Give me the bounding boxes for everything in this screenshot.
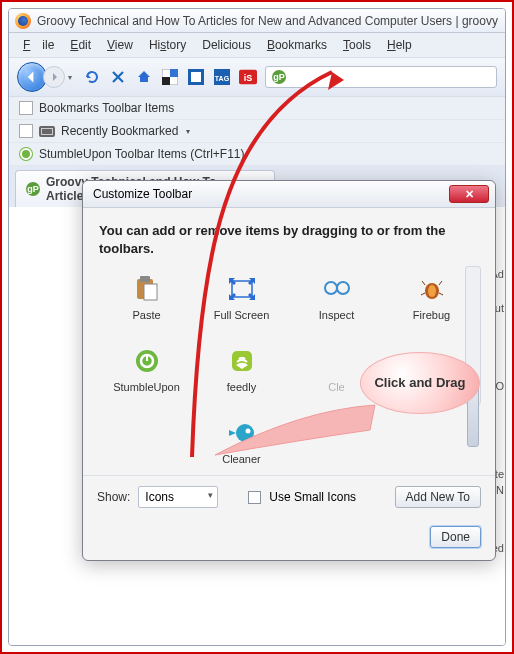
url-bar[interactable]: gP gP (265, 66, 497, 88)
svg-rect-10 (140, 276, 150, 282)
delicious-button[interactable] (161, 68, 179, 86)
back-arrow-icon (25, 70, 39, 84)
item-label: StumbleUpon (113, 381, 180, 393)
close-icon: ✕ (465, 188, 474, 201)
titlebar: Groovy Technical and How To Articles for… (9, 9, 505, 33)
is-button[interactable]: iS (239, 68, 257, 86)
show-label: Show: (97, 490, 130, 504)
paste-icon (135, 276, 159, 302)
box-icon (188, 69, 204, 85)
menu-help[interactable]: Help (381, 36, 418, 54)
site-icon: gP (272, 70, 286, 84)
item-feedly[interactable]: feedly (200, 347, 283, 393)
feedly-icon (230, 349, 254, 373)
item-label: Paste (132, 309, 160, 321)
svg-text:TAG: TAG (215, 75, 230, 82)
bookmarks-toolbar-items[interactable]: Bookmarks Toolbar Items (39, 101, 174, 115)
small-icons-checkbox[interactable] (248, 491, 261, 504)
svg-point-13 (325, 282, 337, 294)
svg-rect-2 (162, 77, 170, 85)
done-button[interactable]: Done (430, 526, 481, 548)
show-select[interactable]: Icons (138, 486, 218, 508)
item-label: Full Screen (214, 309, 270, 321)
item-firebug[interactable]: Firebug (390, 275, 473, 321)
recently-bookmarked[interactable]: Recently Bookmarked (61, 124, 178, 138)
nav-history-dropdown[interactable]: ▾ (65, 63, 75, 91)
menu-bookmarks[interactable]: Bookmarks (261, 36, 333, 54)
home-icon (136, 69, 152, 85)
small-icons-label: Use Small Icons (269, 490, 356, 504)
nav-toolbar: ▾ TAG iS gP gP (9, 58, 505, 97)
svg-point-14 (337, 282, 349, 294)
item-paste[interactable]: Paste (105, 275, 188, 321)
fullscreen-icon (229, 278, 255, 300)
item-label: feedly (227, 381, 256, 393)
callout-tail (210, 400, 380, 460)
site-icon: gP (26, 182, 40, 196)
menu-tools[interactable]: Tools (337, 36, 377, 54)
callout-bubble: Click and Drag (360, 352, 480, 414)
add-new-toolbar-button[interactable]: Add New To (395, 486, 481, 508)
stumbleupon-icon (135, 349, 159, 373)
stumbleupon-toolbar[interactable]: StumbleUpon Toolbar Items (Ctrl+F11) (39, 147, 245, 161)
item-stumbleupon[interactable]: StumbleUpon (105, 347, 188, 393)
reload-icon (84, 69, 100, 85)
show-value: Icons (145, 490, 174, 504)
svg-rect-11 (144, 284, 157, 300)
close-button[interactable]: ✕ (449, 185, 489, 203)
nav-buttons: ▾ (17, 62, 75, 92)
tag-icon: TAG (214, 69, 230, 85)
item-label: Firebug (413, 309, 450, 321)
dialog-title: Customize Toolbar (93, 187, 192, 201)
delicious-icon (162, 69, 178, 85)
menubar: File Edit View History Delicious Bookmar… (9, 33, 505, 58)
svg-rect-4 (191, 72, 201, 82)
stop-icon (111, 70, 125, 84)
annotation-callout: Click and Drag (340, 352, 480, 432)
recently-bookmarked-row: Recently Bookmarked ▾ (9, 120, 505, 143)
item-fullscreen[interactable]: Full Screen (200, 275, 283, 321)
dialog-titlebar: Customize Toolbar ✕ (83, 181, 495, 208)
menu-history[interactable]: History (143, 36, 192, 54)
bookmarks-toolbar-row: Bookmarks Toolbar Items (9, 97, 505, 120)
svg-point-16 (428, 285, 436, 297)
tag-button[interactable]: TAG (213, 68, 231, 86)
bg-text: ut (495, 302, 504, 314)
forward-arrow-icon (49, 72, 59, 82)
firefox-icon (15, 13, 31, 29)
inspect-icon (323, 280, 351, 298)
menu-delicious[interactable]: Delicious (196, 36, 257, 54)
tag-stack-icon (39, 126, 55, 137)
toolbar-button-2[interactable] (187, 68, 205, 86)
svg-text:iS: iS (244, 73, 253, 83)
stumbleupon-row: StumbleUpon Toolbar Items (Ctrl+F11) (9, 143, 505, 166)
menu-edit[interactable]: Edit (64, 36, 97, 54)
chevron-down-icon[interactable]: ▾ (186, 127, 190, 136)
stumbleupon-icon (19, 147, 33, 161)
home-button[interactable] (135, 68, 153, 86)
stop-button[interactable] (109, 68, 127, 86)
callout-text: Click and Drag (374, 376, 465, 390)
dialog-footer: Show: Icons Use Small Icons Add New To (83, 475, 495, 518)
window-title: Groovy Technical and How To Articles for… (37, 14, 498, 28)
dialog-message: You can add or remove items by dragging … (99, 222, 479, 257)
folder-icon (19, 124, 33, 138)
folder-icon (19, 101, 33, 115)
menu-file[interactable]: File (17, 36, 60, 54)
item-inspect[interactable]: Inspect (295, 275, 378, 321)
item-label: Inspect (319, 309, 354, 321)
forward-button[interactable] (43, 66, 65, 88)
firebug-icon (420, 277, 444, 301)
menu-view[interactable]: View (101, 36, 139, 54)
svg-rect-1 (170, 69, 178, 77)
reload-button[interactable] (83, 68, 101, 86)
is-icon: iS (239, 69, 257, 85)
